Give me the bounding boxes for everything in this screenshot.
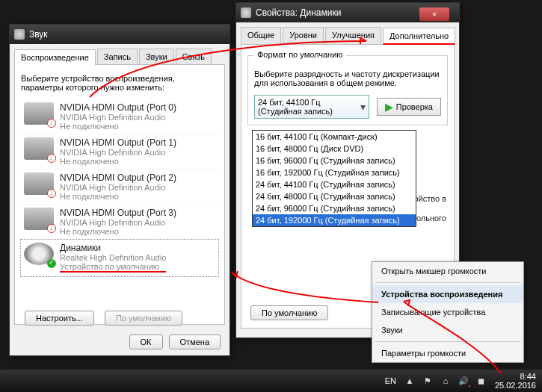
set-default-button[interactable]: По умолчанию [105,311,182,326]
device-list: NVIDIA HDMI Output (Port 0) NVIDIA High … [21,99,218,276]
group-title: Формат по умолчанию [254,50,346,59]
sound-title: Звук [29,29,225,40]
cancel-button[interactable]: Отмена [169,335,221,349]
monitor-icon [24,137,54,160]
format-selected: 24 бит, 44100 Гц (Студийная запись) [258,98,360,116]
language-indicator[interactable]: EN [385,376,396,385]
tab-recording[interactable]: Запись [97,49,138,64]
tray: ▲ ⚑ ⌂ 🔊 ◼ [404,375,487,387]
ctx-recording-devices[interactable]: Записывающие устройства [372,303,523,321]
device-driver: NVIDIA High Definition Audio [60,218,176,227]
device-name: NVIDIA HDMI Output (Port 2) [60,172,176,183]
test-button[interactable]: ▶ Проверка [377,98,441,116]
sound-bottom-buttons: Настроить... По умолчанию [25,311,182,326]
sound-window: Звук Воспроизведение Запись Звуки Связь … [9,24,230,356]
sound-description: Выберите устройство воспроизведения, пар… [21,74,218,92]
ctx-sounds[interactable]: Звуки [372,321,523,339]
device-name: Динамики [60,243,166,253]
device-status: Не подключено [60,192,176,201]
device-item-speakers[interactable]: Динамики Realtek High Definition Audio У… [21,240,218,276]
clock-time: 8:44 [495,372,536,381]
taskbar: EN ▲ ⚑ ⌂ 🔊 ◼ 8:44 25.02.2016 [0,370,542,392]
volume-context-menu: Открыть микшер громкости Устройства восп… [372,261,524,363]
dd-item-4[interactable]: 24 бит, 44100 Гц (Студийная запись) [253,178,416,190]
configure-button[interactable]: Настроить... [25,311,94,326]
dd-item-5[interactable]: 24 бит, 48000 Гц (Студийная запись) [253,190,416,202]
device-driver: NVIDIA High Definition Audio [60,183,176,192]
device-driver: NVIDIA High Definition Audio [60,148,176,157]
device-item-hdmi1[interactable]: NVIDIA HDMI Output (Port 1) NVIDIA High … [21,134,218,169]
tab-advanced[interactable]: Дополнительно [383,28,455,45]
device-driver: NVIDIA High Definition Audio [60,113,176,122]
dd-item-0[interactable]: 16 бит, 44100 Гц (Компакт-диск) [253,131,416,143]
ctx-volume-options[interactable]: Параметры громкости [372,344,523,362]
tray-chevron-up-icon[interactable]: ▲ [404,375,416,387]
clock[interactable]: 8:44 25.02.2016 [495,372,536,390]
device-item-hdmi0[interactable]: NVIDIA HDMI Output (Port 0) NVIDIA High … [21,99,218,134]
tab-general[interactable]: Общие [241,27,281,44]
device-status: Устройство по умолчанию [60,262,166,273]
dd-item-3[interactable]: 16 бит, 192000 Гц (Студийная запись) [253,167,416,178]
device-info: NVIDIA HDMI Output (Port 3) NVIDIA High … [60,208,176,236]
speaker-icon [24,243,54,265]
device-status: Не подключено [60,227,176,236]
chevron-down-icon: ▾ [360,101,366,113]
tray-unknown-icon[interactable]: ◼ [475,375,487,387]
device-item-hdmi2[interactable]: NVIDIA HDMI Output (Port 2) NVIDIA High … [21,169,218,205]
sound-dialog-buttons: ОК Отмена [129,335,221,349]
monitor-icon [24,102,54,125]
tray-flag-icon[interactable]: ⚑ [422,375,434,387]
format-dropdown[interactable]: 24 бит, 44100 Гц (Студийная запись) ▾ [254,95,369,119]
dd-item-7[interactable]: 24 бит, 192000 Гц (Студийная запись) [253,214,416,226]
test-label: Проверка [396,102,433,111]
tab-enhance[interactable]: Улучшения [325,27,381,44]
tab-levels[interactable]: Уровни [283,27,324,44]
monitor-icon [24,172,54,195]
sound-icon [14,29,25,40]
close-button[interactable]: × [419,7,449,21]
ctx-open-mixer[interactable]: Открыть микшер громкости [372,262,523,280]
separator [375,341,520,342]
device-status: Не подключено [60,122,176,131]
disconnected-badge-icon [47,154,56,163]
default-format-group: Формат по умолчанию Выберите разрядность… [247,55,448,125]
clock-date: 25.02.2016 [495,381,536,390]
sound-titlebar[interactable]: Звук [10,25,230,44]
dd-item-6[interactable]: 24 бит, 96000 Гц (Студийная запись) [253,202,416,214]
device-info: Динамики Realtek High Definition Audio У… [60,243,166,273]
monitor-icon [24,208,54,230]
tray-volume-icon[interactable]: 🔊 [458,375,469,387]
disconnected-badge-icon [47,119,56,128]
format-dropdown-list: 16 бит, 44100 Гц (Компакт-диск) 16 бит, … [252,130,416,227]
device-info: NVIDIA HDMI Output (Port 2) NVIDIA High … [60,172,176,201]
device-item-hdmi3[interactable]: NVIDIA HDMI Output (Port 3) NVIDIA High … [21,205,218,240]
ctx-playback-devices[interactable]: Устройства воспроизведения [372,285,523,303]
device-info: NVIDIA HDMI Output (Port 1) NVIDIA High … [60,137,176,166]
device-name: NVIDIA HDMI Output (Port 0) [60,102,176,113]
default-badge-icon [47,259,56,268]
restore-defaults-button[interactable]: По умолчанию [250,305,328,320]
sound-panel: Выберите устройство воспроизведения, пар… [14,65,225,325]
dd-item-2[interactable]: 16 бит, 96000 Гц (Студийная запись) [253,155,416,167]
play-icon: ▶ [385,101,393,113]
device-name: NVIDIA HDMI Output (Port 3) [60,208,176,218]
tab-playback[interactable]: Воспроизведение [14,49,96,65]
device-name: NVIDIA HDMI Output (Port 1) [60,137,176,148]
tab-sounds[interactable]: Звуки [139,49,174,64]
disconnected-badge-icon [47,189,56,198]
tab-comm[interactable]: Связь [176,49,212,64]
device-info: NVIDIA HDMI Output (Port 0) NVIDIA High … [60,102,176,131]
device-status: Не подключено [60,157,176,166]
tray-network-icon[interactable]: ⌂ [440,375,452,387]
device-driver: Realtek High Definition Audio [60,253,166,262]
close-icon: × [432,10,437,19]
props-tabs: Общие Уровни Улучшения Дополнительно [241,27,455,45]
disconnected-badge-icon [47,224,56,233]
separator [375,282,520,283]
ok-button[interactable]: ОК [129,335,163,349]
sound-tabs: Воспроизведение Запись Звуки Связь [14,49,225,65]
dd-item-1[interactable]: 16 бит, 48000 Гц (Диск DVD) [253,143,416,155]
speaker-icon [241,7,251,18]
format-description: Выберите разрядность и частоту дискретиз… [254,69,441,87]
